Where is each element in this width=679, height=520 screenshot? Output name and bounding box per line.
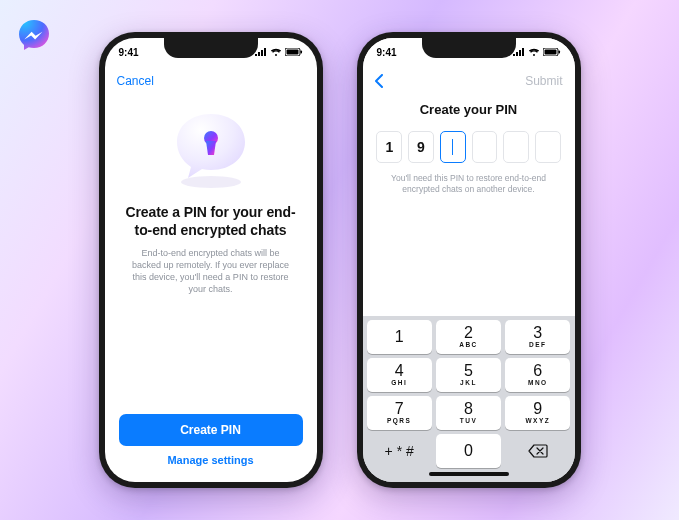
keypad-key-delete[interactable] bbox=[505, 434, 570, 468]
text-caret bbox=[452, 139, 454, 155]
battery-icon bbox=[543, 48, 561, 56]
status-time: 9:41 bbox=[119, 47, 139, 58]
status-time: 9:41 bbox=[377, 47, 397, 58]
numeric-keypad: 1 2ABC 3DEF 4GHI 5JKL 6MNO 7PQRS 8TUV 9W… bbox=[363, 316, 575, 482]
create-pin-title: Create your PIN bbox=[363, 102, 575, 117]
device-notch bbox=[164, 38, 258, 58]
keypad-key-2[interactable]: 2ABC bbox=[436, 320, 501, 354]
keypad-key-7[interactable]: 7PQRS bbox=[367, 396, 432, 430]
svg-rect-2 bbox=[300, 51, 302, 54]
promo-stage: 9:41 Cancel bbox=[0, 0, 679, 520]
submit-button[interactable]: Submit bbox=[525, 74, 562, 88]
wifi-icon bbox=[270, 48, 282, 56]
svg-point-3 bbox=[181, 176, 241, 188]
phone-mock-right: 9:41 bbox=[357, 32, 581, 488]
onboarding-body: End-to-end encrypted chats will be backe… bbox=[125, 247, 297, 296]
svg-rect-1 bbox=[286, 50, 298, 55]
pin-help-text: You'll need this PIN to restore end-to-e… bbox=[363, 163, 575, 196]
keypad-key-9[interactable]: 9WXYZ bbox=[505, 396, 570, 430]
messenger-logo bbox=[16, 18, 52, 54]
pin-digit-2[interactable]: 9 bbox=[408, 131, 434, 163]
keypad-key-symbols[interactable]: + * # bbox=[367, 434, 432, 468]
phone-screen: 9:41 bbox=[363, 38, 575, 482]
battery-icon bbox=[285, 48, 303, 56]
chevron-left-icon bbox=[375, 74, 384, 88]
pin-input-row: 1 9 bbox=[363, 131, 575, 163]
pin-digit-4[interactable] bbox=[472, 131, 498, 163]
phone-mock-left: 9:41 Cancel bbox=[99, 32, 323, 488]
onboarding-footer: Create PIN Manage settings bbox=[105, 414, 317, 482]
home-indicator bbox=[429, 472, 509, 476]
svg-rect-7 bbox=[558, 51, 560, 54]
phone-screen: 9:41 Cancel bbox=[105, 38, 317, 482]
keypad-key-0[interactable]: 0 bbox=[436, 434, 501, 468]
keypad-key-3[interactable]: 3DEF bbox=[505, 320, 570, 354]
keypad-key-1[interactable]: 1 bbox=[367, 320, 432, 354]
device-notch bbox=[422, 38, 516, 58]
onboarding-title: Create a PIN for your end-to-end encrypt… bbox=[125, 204, 297, 239]
create-pin-button[interactable]: Create PIN bbox=[119, 414, 303, 446]
pin-digit-5[interactable] bbox=[503, 131, 529, 163]
delete-icon bbox=[528, 444, 548, 458]
svg-rect-6 bbox=[544, 50, 556, 55]
wifi-icon bbox=[528, 48, 540, 56]
pin-digit-3[interactable] bbox=[440, 131, 466, 163]
lock-speech-bubble-icon bbox=[161, 108, 261, 194]
cancel-button[interactable]: Cancel bbox=[117, 74, 154, 88]
keypad-key-8[interactable]: 8TUV bbox=[436, 396, 501, 430]
keypad-key-5[interactable]: 5JKL bbox=[436, 358, 501, 392]
manage-settings-link[interactable]: Manage settings bbox=[119, 454, 303, 466]
nav-bar: Cancel bbox=[105, 66, 317, 96]
nav-bar: Submit bbox=[363, 66, 575, 96]
pin-digit-1[interactable]: 1 bbox=[376, 131, 402, 163]
pin-digit-6[interactable] bbox=[535, 131, 561, 163]
keypad-key-4[interactable]: 4GHI bbox=[367, 358, 432, 392]
back-button[interactable] bbox=[375, 74, 384, 88]
onboarding-hero: Create a PIN for your end-to-end encrypt… bbox=[105, 96, 317, 414]
keypad-key-6[interactable]: 6MNO bbox=[505, 358, 570, 392]
